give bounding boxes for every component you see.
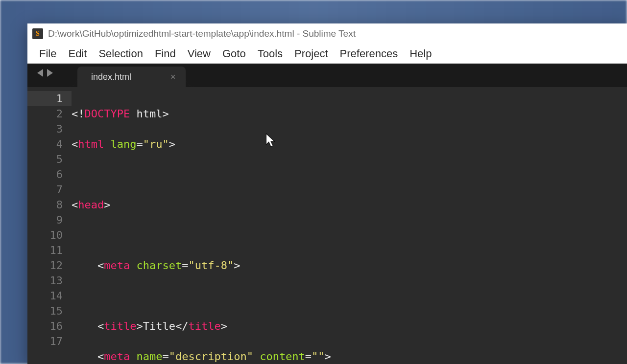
tab-close-icon[interactable]: ×	[170, 72, 176, 82]
line-number: 15	[27, 303, 63, 318]
app-icon: S	[32, 28, 43, 39]
line-number: 13	[27, 273, 63, 288]
titlebar[interactable]: S D:\work\GitHub\optimizedhtml-start-tem…	[27, 23, 627, 44]
line-number: 4	[27, 136, 63, 152]
nav-forward-icon[interactable]	[47, 69, 53, 77]
menu-preferences[interactable]: Preferences	[340, 47, 398, 60]
line-number: 16	[27, 318, 63, 334]
menubar: File Edit Selection Find View Goto Tools…	[27, 44, 627, 64]
menu-file[interactable]: File	[39, 47, 56, 60]
sublime-window: S D:\work\GitHub\optimizedhtml-start-tem…	[27, 23, 627, 364]
menu-find[interactable]: Find	[155, 47, 176, 60]
line-number: 17	[27, 334, 63, 349]
line-number: 6	[27, 167, 63, 182]
menu-help[interactable]: Help	[410, 47, 432, 60]
line-number: 7	[27, 182, 63, 197]
line-number: 12	[27, 258, 63, 273]
menu-view[interactable]: View	[188, 47, 211, 60]
line-number: 9	[27, 212, 63, 228]
line-number: 1	[27, 91, 72, 106]
menu-edit[interactable]: Edit	[68, 47, 87, 60]
line-number: 11	[27, 243, 63, 258]
line-number: 3	[27, 121, 63, 136]
line-number: 8	[27, 197, 63, 212]
tabbar: index.html ×	[27, 64, 627, 87]
menu-project[interactable]: Project	[294, 47, 328, 60]
menu-selection[interactable]: Selection	[98, 47, 143, 60]
editor[interactable]: 1 2 3 4 5 6 7 8 9 10 11 12 13 14 15 16 1…	[27, 87, 627, 364]
nav-back-icon[interactable]	[37, 69, 43, 77]
line-number: 5	[27, 152, 63, 167]
nav-arrows	[32, 69, 58, 82]
tab-index-html[interactable]: index.html ×	[77, 67, 186, 87]
tab-label: index.html	[91, 72, 131, 82]
gutter: 1 2 3 4 5 6 7 8 9 10 11 12 13 14 15 16 1…	[27, 87, 72, 364]
window-title: D:\work\GitHub\optimizedhtml-start-templ…	[48, 28, 356, 39]
line-number: 14	[27, 288, 63, 303]
line-number: 2	[27, 106, 63, 121]
menu-tools[interactable]: Tools	[258, 47, 283, 60]
line-number: 10	[27, 228, 63, 243]
menu-goto[interactable]: Goto	[222, 47, 246, 60]
code-area[interactable]: <!DOCTYPE html> <html lang="ru"> <head> …	[72, 87, 627, 364]
